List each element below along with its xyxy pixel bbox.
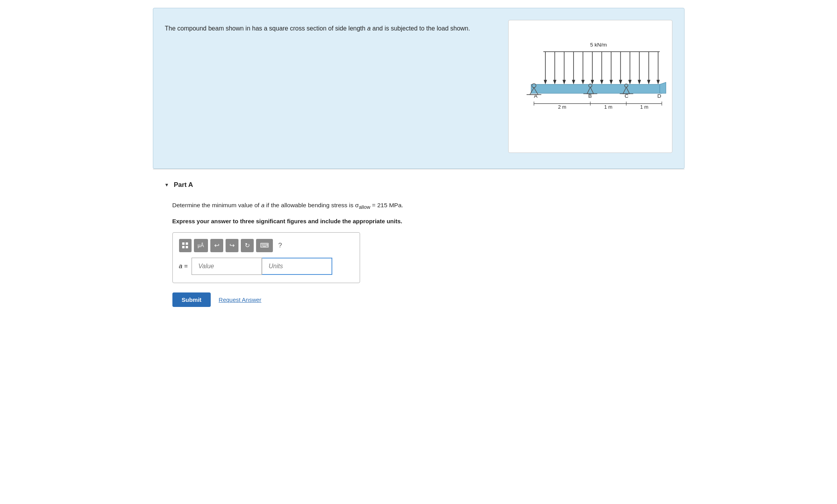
request-answer-button[interactable]: Request Answer xyxy=(219,296,261,303)
keyboard-button[interactable]: ⌨ xyxy=(256,239,273,252)
refresh-button[interactable]: ↻ xyxy=(241,239,254,252)
part-a-label: Part A xyxy=(174,181,193,189)
symbol-button[interactable]: μÅ xyxy=(194,239,208,252)
dim-bc: 1 m xyxy=(604,104,612,110)
svg-marker-13 xyxy=(600,80,603,84)
part-a-header[interactable]: ▼ Part A xyxy=(165,181,673,189)
help-label: ? xyxy=(278,242,282,249)
svg-marker-9 xyxy=(581,80,584,84)
svg-marker-21 xyxy=(638,80,641,84)
part-a-instruction: Express your answer to three significant… xyxy=(172,218,673,224)
matrix-button[interactable] xyxy=(179,239,192,252)
problem-text: The compound beam shown in has a square … xyxy=(165,20,496,33)
symbol-label: μÅ xyxy=(198,242,204,248)
problem-section: The compound beam shown in has a square … xyxy=(153,8,685,169)
undo-button[interactable]: ↩ xyxy=(210,239,223,252)
svg-marker-3 xyxy=(553,80,556,84)
problem-diagram: 5 kN/m xyxy=(508,20,672,153)
submit-label: Submit xyxy=(182,296,202,303)
label-d: D xyxy=(657,93,661,99)
redo-button[interactable]: ↪ xyxy=(226,239,238,252)
request-label: Request Answer xyxy=(219,296,261,303)
matrix-icon xyxy=(182,242,188,249)
label-a: A xyxy=(534,93,538,99)
equation-label: a = xyxy=(179,263,188,270)
value-input[interactable] xyxy=(192,258,262,275)
svg-marker-7 xyxy=(572,80,575,84)
units-input[interactable] xyxy=(262,258,332,275)
main-container: The compound beam shown in has a square … xyxy=(145,0,692,326)
svg-marker-5 xyxy=(562,80,565,84)
part-a-description: Determine the minimum value of a if the … xyxy=(172,201,673,212)
dim-cd: 1 m xyxy=(640,104,648,110)
svg-marker-25 xyxy=(656,80,660,84)
distributed-load-arrows xyxy=(543,52,660,84)
end-flag xyxy=(660,83,666,93)
keyboard-icon: ⌨ xyxy=(260,242,269,249)
answer-box: μÅ ↩ ↪ ↻ ⌨ ? xyxy=(172,232,360,283)
problem-statement-text: The compound beam shown in has a square … xyxy=(165,25,470,32)
svg-marker-15 xyxy=(609,80,613,84)
dim-ab: 2 m xyxy=(558,104,566,110)
part-section: ▼ Part A Determine the minimum value of … xyxy=(153,169,685,319)
help-button[interactable]: ? xyxy=(275,239,285,252)
beam-body xyxy=(531,84,661,93)
part-a-content: Determine the minimum value of a if the … xyxy=(165,201,673,307)
buttons-row: Submit Request Answer xyxy=(172,292,673,307)
submit-button[interactable]: Submit xyxy=(172,292,211,307)
svg-marker-23 xyxy=(647,80,650,84)
input-row: a = xyxy=(179,258,353,275)
answer-toolbar: μÅ ↩ ↪ ↻ ⌨ ? xyxy=(179,239,353,252)
chevron-down-icon: ▼ xyxy=(165,182,169,188)
svg-marker-1 xyxy=(543,80,547,84)
refresh-icon: ↻ xyxy=(245,242,250,249)
beam-diagram-svg: 5 kN/m xyxy=(509,20,672,152)
load-label: 5 kN/m xyxy=(590,42,607,48)
svg-marker-19 xyxy=(628,80,631,84)
undo-icon: ↩ xyxy=(214,242,219,249)
redo-icon: ↪ xyxy=(229,242,235,249)
svg-marker-17 xyxy=(619,80,622,84)
svg-marker-11 xyxy=(591,80,594,84)
